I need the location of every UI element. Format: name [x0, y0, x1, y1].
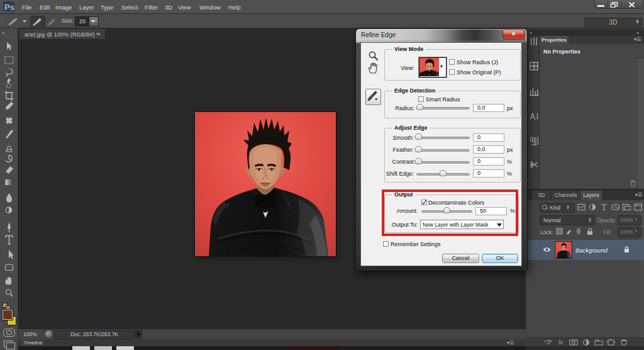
svg-text:fx: fx: [558, 339, 564, 346]
